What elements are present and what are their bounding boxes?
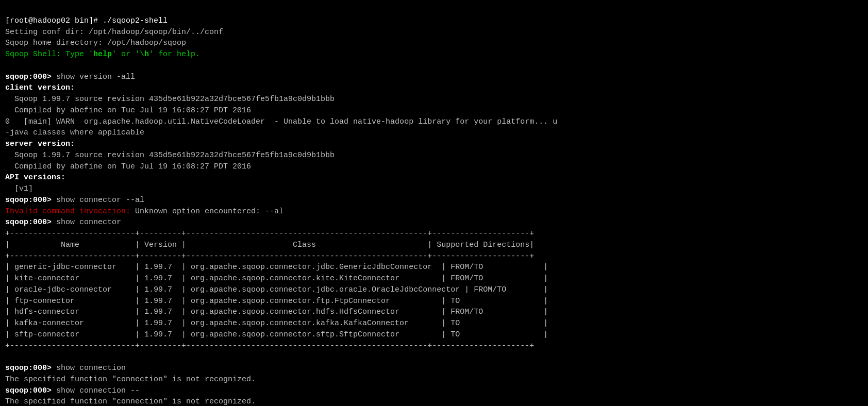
line-home-dir: Sqoop home directory: /opt/hadoop/sqoop	[5, 39, 186, 47]
line-client-compiled: Compiled by abefine on Tue Jul 19 16:08:…	[5, 106, 251, 115]
line-api-v1: [v1]	[5, 184, 33, 193]
table-header-border: +---------------------------+---------+-…	[5, 252, 534, 261]
line-shell-help: Sqoop Shell: Type 'help' or '\h' for hel…	[5, 50, 200, 59]
line-connection-not-recognized-2: The specified function "connection" is n…	[5, 397, 256, 406]
cmd-show-connection-2: sqoop:000> show connection --	[5, 386, 140, 395]
table-row-sftp: | sftp-connector | 1.99.7 | org.apache.s…	[5, 330, 548, 339]
line-java-classes: -java classes where applicable	[5, 128, 144, 137]
table-header: | Name | Version | Class | Supported Dir…	[5, 241, 534, 249]
table-row-ftp: | ftp-connector | 1.99.7 | org.apache.sq…	[5, 297, 548, 306]
cmd-show-connector: sqoop:000> show connector	[5, 218, 121, 227]
cmd-show-connection-1: sqoop:000> show connection	[5, 364, 126, 373]
cmd-show-connector-al: sqoop:000> show connector --al	[5, 196, 144, 205]
table-top-border: +---------------------------+---------+-…	[5, 229, 534, 238]
table-row-hdfs: | hdfs-connector | 1.99.7 | org.apache.s…	[5, 308, 548, 316]
label-client-version: client version:	[5, 83, 75, 92]
label-server-version: server version:	[5, 140, 75, 148]
line-server-sqoop-ver: Sqoop 1.99.7 source revision 435d5e61b92…	[5, 151, 335, 160]
table-bottom-border: +---------------------------+---------+-…	[5, 342, 534, 350]
table-row-kite: | kite-connector | 1.99.7 | org.apache.s…	[5, 274, 548, 283]
table-row-generic-jdbc: | generic-jdbc-connector | 1.99.7 | org.…	[5, 263, 548, 272]
line-warn-native: 0 [main] WARN org.apache.hadoop.util.Nat…	[5, 117, 557, 126]
prompt-root-line: [root@hadoop02 bin]# ./sqoop2-shell	[5, 16, 168, 25]
table-row-oracle-jdbc: | oracle-jdbc-connector | 1.99.7 | org.a…	[5, 285, 548, 294]
line-invalid-command: Invalid command invocation: Unknown opti…	[5, 207, 283, 216]
terminal-window[interactable]: [root@hadoop02 bin]# ./sqoop2-shell Sett…	[0, 0, 868, 406]
line-conf-dir: Setting conf dir: /opt/hadoop/sqoop/bin/…	[5, 28, 223, 37]
line-server-compiled: Compiled by abefine on Tue Jul 19 16:08:…	[5, 162, 251, 171]
line-client-sqoop-ver: Sqoop 1.99.7 source revision 435d5e61b92…	[5, 95, 335, 104]
line-connection-not-recognized-1: The specified function "connection" is n…	[5, 375, 256, 384]
label-api-versions: API versions:	[5, 173, 65, 182]
table-row-kafka: | kafka-connector | 1.99.7 | org.apache.…	[5, 319, 548, 328]
cmd-show-version: sqoop:000> show version -all	[5, 73, 135, 81]
